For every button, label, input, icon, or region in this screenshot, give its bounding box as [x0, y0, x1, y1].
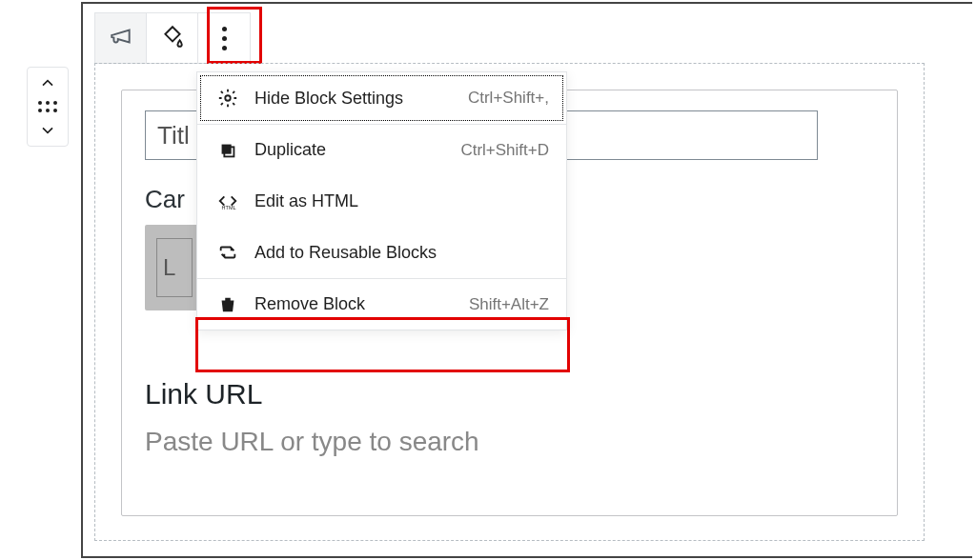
menu-label: Duplicate	[254, 140, 326, 160]
background-swatch[interactable]: L	[145, 225, 204, 310]
menu-label: Edit as HTML	[254, 191, 358, 211]
menu-label: Hide Block Settings	[254, 89, 403, 109]
reusable-icon	[214, 242, 241, 263]
move-down-button[interactable]	[30, 117, 65, 142]
svg-rect-2	[222, 144, 232, 153]
link-url-label: Link URL	[145, 378, 262, 410]
menu-item-hide-settings[interactable]: Hide Block Settings Ctrl+Shift+,	[197, 72, 566, 124]
menu-shortcut: Shift+Alt+Z	[469, 295, 549, 314]
link-url-input[interactable]: Paste URL or type to search	[145, 427, 479, 457]
more-options-button[interactable]	[198, 13, 250, 63]
paint-bucket-icon	[160, 24, 185, 52]
title-input-value: Titl	[157, 121, 190, 150]
menu-item-remove[interactable]: Remove Block Shift+Alt+Z	[197, 278, 566, 330]
block-options-menu: Hide Block Settings Ctrl+Shift+, Duplica…	[196, 71, 567, 330]
menu-item-reusable[interactable]: Add to Reusable Blocks	[197, 227, 566, 278]
menu-label: Add to Reusable Blocks	[254, 243, 437, 263]
swatch-inner: L	[156, 238, 193, 297]
drag-handle[interactable]	[30, 96, 65, 117]
more-vertical-icon	[222, 27, 227, 50]
menu-label: Remove Block	[254, 294, 365, 314]
svg-text:HTML: HTML	[222, 205, 236, 210]
menu-item-duplicate[interactable]: Duplicate Ctrl+Shift+D	[197, 124, 566, 175]
duplicate-icon	[214, 140, 241, 161]
svg-point-0	[225, 95, 231, 101]
html-icon: HTML	[214, 190, 241, 211]
background-color-button[interactable]	[147, 13, 198, 63]
gear-icon	[214, 88, 241, 109]
menu-shortcut: Ctrl+Shift+,	[468, 89, 549, 108]
menu-item-edit-html[interactable]: HTML Edit as HTML	[197, 175, 566, 227]
link-url-placeholder: Paste URL or type to search	[145, 427, 479, 456]
block-toolbar	[94, 12, 251, 64]
card-background-label: Car	[145, 185, 185, 214]
trash-icon	[214, 294, 241, 315]
move-up-button[interactable]	[30, 71, 65, 96]
block-type-button[interactable]	[95, 13, 147, 63]
menu-shortcut: Ctrl+Shift+D	[460, 141, 549, 160]
megaphone-icon	[109, 24, 133, 52]
block-mover	[27, 67, 69, 147]
